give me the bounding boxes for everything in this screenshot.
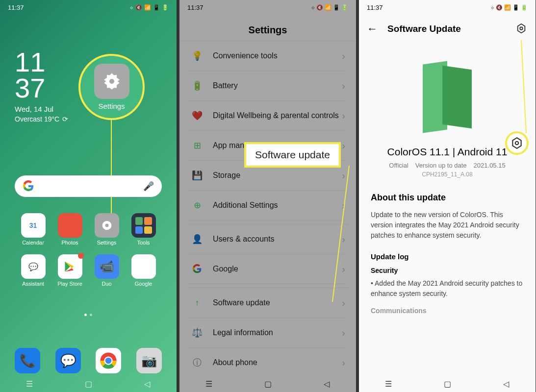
legal-icon: ⚖️ bbox=[190, 326, 204, 340]
settings-item-convenience[interactable]: 💡Convenience tools› bbox=[188, 41, 347, 71]
wifi-icon: 📶 bbox=[144, 4, 151, 11]
gear-icon[interactable] bbox=[516, 23, 528, 35]
svg-point-9 bbox=[520, 27, 523, 30]
chrome-app[interactable] bbox=[96, 348, 121, 373]
refresh-icon[interactable]: ⟳ bbox=[62, 115, 68, 123]
back-button[interactable]: ◁ bbox=[142, 379, 152, 389]
os-meta: Official Version up to date 2021.05.15 bbox=[359, 162, 536, 169]
info-icon: ⓘ bbox=[190, 356, 204, 369]
google-icon bbox=[190, 262, 204, 276]
settings-item-software-update[interactable]: ↑Software update› bbox=[188, 288, 347, 318]
app-photos[interactable]: Photos bbox=[51, 213, 88, 245]
app-google[interactable]: Google bbox=[125, 254, 162, 287]
gear-highlight bbox=[505, 131, 529, 155]
app-tools[interactable]: Tools bbox=[125, 213, 162, 245]
chevron-right-icon: › bbox=[342, 327, 345, 339]
svg-marker-10 bbox=[512, 138, 521, 148]
item-label: Additional Settings bbox=[213, 201, 342, 210]
dock: 📞 💬 📷 bbox=[15, 348, 162, 373]
recent-button[interactable]: ☰ bbox=[383, 379, 393, 389]
play-store-icon bbox=[58, 254, 82, 279]
google-search-bar[interactable]: 🎤 bbox=[15, 175, 162, 197]
item-label: Users & accounts bbox=[213, 235, 342, 244]
duo-icon: 📹 bbox=[95, 254, 119, 279]
home-button[interactable]: ▢ bbox=[83, 379, 93, 389]
back-button[interactable]: ◁ bbox=[501, 379, 511, 389]
svg-point-0 bbox=[109, 79, 114, 84]
software-update-screen: 11:37 ⟐ 🔇 📶 📱 🔋 ← Software Update ColorO… bbox=[359, 0, 536, 392]
mic-icon[interactable]: 🎤 bbox=[143, 181, 154, 192]
app-settings[interactable]: Settings bbox=[88, 213, 125, 245]
item-label: Google bbox=[213, 265, 342, 273]
settings-item-legal[interactable]: ⚖️Legal information› bbox=[188, 318, 347, 348]
storage-icon: 💾 bbox=[190, 169, 204, 182]
settings-item-users[interactable]: 👤Users & accounts› bbox=[188, 224, 347, 254]
statusbar-time: 11:37 bbox=[187, 4, 204, 11]
recent-button[interactable]: ☰ bbox=[204, 379, 214, 389]
clock-widget[interactable]: 11 37 Wed, 14 Jul Overcast 19°C ⟳ bbox=[15, 49, 68, 123]
chevron-right-icon: › bbox=[342, 234, 345, 245]
back-arrow-icon[interactable]: ← bbox=[367, 23, 378, 35]
app-assistant[interactable]: 💬Assistant bbox=[15, 254, 51, 287]
item-label: About phone bbox=[213, 358, 342, 367]
settings-label: Settings bbox=[98, 102, 125, 110]
signal-icon: 📱 bbox=[153, 4, 160, 11]
chevron-right-icon: › bbox=[342, 170, 345, 181]
apps-icon: ⊞ bbox=[190, 139, 204, 152]
app-play-store[interactable]: Play Store bbox=[51, 254, 88, 287]
os-graphic bbox=[418, 58, 477, 136]
back-button[interactable]: ◁ bbox=[322, 379, 332, 389]
page-indicator bbox=[84, 314, 92, 316]
item-label: Software update bbox=[213, 298, 342, 307]
additional-icon: ⊕ bbox=[190, 198, 204, 212]
nav-bar: ☰ ▢ ◁ bbox=[359, 375, 536, 392]
date: 2021.05.15 bbox=[474, 162, 506, 169]
statusbar-time: 11:37 bbox=[367, 4, 383, 11]
settings-list[interactable]: 💡Convenience tools› 🔋Battery› ❤️Digital … bbox=[179, 41, 356, 384]
status-icons: ⟐ 🔇 📶 📱 🔋 bbox=[311, 4, 348, 11]
users-icon: 👤 bbox=[190, 232, 204, 246]
home-button[interactable]: ▢ bbox=[442, 379, 452, 389]
assistant-icon: 💬 bbox=[21, 254, 46, 279]
chevron-right-icon: › bbox=[342, 140, 345, 151]
status-icons: ⟐ 🔇 📶 📱 🔋 bbox=[130, 4, 169, 11]
home-button[interactable]: ▢ bbox=[263, 379, 273, 389]
calendar-icon: 31 bbox=[21, 213, 46, 238]
settings-item-additional[interactable]: ⊕Additional Settings› bbox=[188, 191, 347, 220]
build-number: CPH2195_11_A.08 bbox=[359, 171, 536, 178]
app-label: Settings bbox=[97, 240, 117, 245]
messages-app[interactable]: 💬 bbox=[55, 348, 81, 373]
dot-active bbox=[84, 314, 87, 316]
phone-app[interactable]: 📞 bbox=[15, 348, 40, 373]
wellbeing-icon: ❤️ bbox=[190, 109, 204, 122]
settings-item-wellbeing[interactable]: ❤️Digital Wellbeing & parental controls› bbox=[188, 101, 347, 131]
about-section: About this update Update to the new vers… bbox=[359, 178, 536, 323]
update-header: ← Software Update bbox=[359, 15, 536, 43]
mute-icon: 🔇 bbox=[135, 4, 142, 11]
gear-icon[interactable] bbox=[510, 137, 523, 149]
svg-point-2 bbox=[105, 224, 108, 227]
settings-item-google[interactable]: Google› bbox=[188, 254, 347, 284]
chevron-right-icon: › bbox=[342, 50, 345, 62]
app-label: Photos bbox=[61, 240, 78, 245]
google-logo-icon bbox=[23, 180, 34, 192]
communications-heading: Communications bbox=[371, 307, 524, 315]
svg-point-11 bbox=[515, 142, 519, 145]
app-duo[interactable]: 📹Duo bbox=[88, 254, 125, 287]
recent-button[interactable]: ☰ bbox=[25, 379, 34, 389]
annotation-line bbox=[521, 40, 527, 133]
clock-weather: Overcast 19°C ⟳ bbox=[15, 115, 68, 123]
chevron-right-icon: › bbox=[342, 297, 345, 309]
app-calendar[interactable]: 31Calendar bbox=[15, 213, 51, 245]
settings-app-icon[interactable] bbox=[94, 64, 129, 99]
settings-item-battery[interactable]: 🔋Battery› bbox=[188, 71, 347, 101]
annotation-line bbox=[111, 120, 112, 225]
app-label: Tools bbox=[137, 240, 150, 245]
camera-app[interactable]: 📷 bbox=[136, 348, 162, 373]
settings-item-about[interactable]: ⓘAbout phone› bbox=[188, 348, 347, 377]
item-label: Battery bbox=[213, 81, 342, 90]
item-label: Digital Wellbeing & parental controls bbox=[213, 111, 342, 120]
app-label: Play Store bbox=[57, 281, 82, 287]
dot bbox=[90, 314, 92, 316]
app-label: Assistant bbox=[22, 281, 44, 287]
